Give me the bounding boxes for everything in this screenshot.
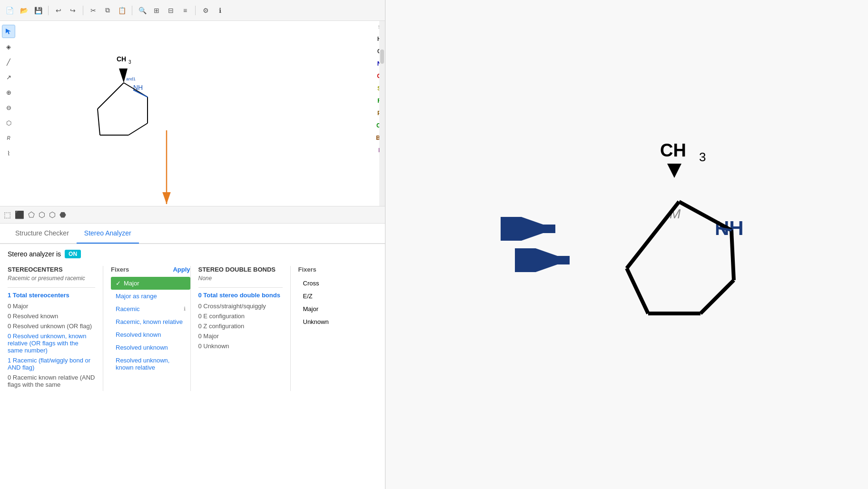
svg-text:3: 3	[128, 59, 131, 65]
custom-tool[interactable]: ⌇	[2, 147, 15, 160]
undo-button[interactable]: ↩	[53, 5, 64, 16]
tab-structure-checker[interactable]: Structure Checker	[8, 224, 77, 244]
analyzer-toggle[interactable]: ON	[65, 250, 81, 258]
copy-button[interactable]: ⧉	[102, 5, 113, 16]
info-button[interactable]: ℹ	[214, 5, 226, 16]
db-stat-unknown: 0 Unknown	[198, 342, 283, 350]
db-stat-e: 0 E configuration	[198, 313, 283, 320]
cut-button[interactable]: ✂	[88, 5, 99, 16]
fixer-resolved-unknown[interactable]: Resolved unknown	[111, 341, 190, 354]
analyzer-content: Stereo analyzer is ON STEREOCENTERS Race…	[0, 244, 385, 489]
svg-line-10	[98, 83, 124, 109]
arrows-column	[501, 217, 577, 272]
db-stat-cross: 0 Cross/straight/squiggly	[198, 303, 283, 310]
stat-resolved-unknown-known[interactable]: 0 Resolved unknown, known relative (OR f…	[8, 333, 95, 354]
search-button[interactable]: 🔍	[137, 5, 148, 16]
zoom-in-tool[interactable]: ⊕	[2, 86, 15, 99]
shape-select[interactable]: ⬛	[15, 210, 24, 219]
fixers-label: Fixers	[111, 266, 129, 273]
fixer-resolved-unknown-known[interactable]: Resolved unknown, known relative	[111, 354, 190, 374]
svg-line-25	[700, 280, 734, 313]
stat-major: 0 Major	[8, 303, 95, 310]
stat-resolved-known: 0 Resolved known	[8, 313, 95, 320]
left-tools: ◈ ╱ ↗ ⊕ ⊖ ⬡ R ⌇	[0, 21, 17, 206]
zoom-out-tool[interactable]: ⊖	[2, 101, 15, 114]
svg-text:and1: and1	[126, 77, 136, 81]
stat-racemic[interactable]: 1 Racemic (flat/wiggly bond or AND flag)	[8, 357, 95, 371]
svg-line-9	[98, 109, 100, 135]
fixer-racemic-known[interactable]: Racemic, known relative	[111, 315, 190, 328]
svg-text:3: 3	[699, 150, 706, 164]
separator-2	[83, 6, 83, 15]
db-fixer-cross[interactable]: Cross	[298, 277, 378, 290]
shape-toolbar: ⬚ ⬛ ⬠ ⬡ ⬡ ⬣ ▼	[0, 206, 385, 224]
distribute-button[interactable]: ⊟	[165, 5, 177, 16]
double-bonds-title: STEREO DOUBLE BONDS	[198, 266, 283, 273]
db-stat-major: 0 Major	[198, 333, 283, 340]
eraser-tool[interactable]: ◈	[2, 40, 15, 53]
double-bonds-subtitle: None	[198, 275, 283, 282]
arrow-tool[interactable]: ↗	[2, 70, 15, 84]
main-toolbar: 📄 📂 💾 ↩ ↪ ✂ ⧉ 📋 🔍 ⊞ ⊟ ≡ ⚙ ℹ	[0, 0, 385, 21]
bond-tool[interactable]: ╱	[2, 55, 15, 68]
rows-button[interactable]: ≡	[179, 5, 191, 16]
analyzer-status-label: Stereo analyzer is	[8, 250, 61, 258]
open-button[interactable]: 📂	[18, 5, 30, 16]
shape-hexagon[interactable]: ⬡	[39, 210, 45, 219]
tabs-row: Structure Checker Stereo Analyzer	[0, 224, 385, 244]
fixer-major[interactable]: ✓ Major	[111, 277, 190, 290]
r-group-tool[interactable]: R	[2, 131, 15, 145]
arrow-1	[501, 217, 562, 241]
double-bonds-total[interactable]: 0 Total stereo double bonds	[198, 292, 280, 299]
stat-resolved-unknown-or: 0 Resolved unknown (OR flag)	[8, 323, 95, 330]
save-button[interactable]: 💾	[32, 5, 44, 16]
shape-export[interactable]: ⬚	[4, 210, 11, 219]
stereocenters-subtitle: Racemic or presumed racemic	[8, 275, 95, 282]
svg-text:CH: CH	[660, 140, 686, 160]
fixer-resolved-known[interactable]: Resolved known	[111, 328, 190, 341]
db-fixer-major[interactable]: Major	[298, 303, 378, 315]
canvas-scrollbar[interactable]	[379, 21, 385, 206]
template-tool[interactable]: ⬡	[2, 116, 15, 129]
select-tool[interactable]	[2, 25, 15, 38]
db-fixer-unknown[interactable]: Unknown	[298, 315, 378, 328]
settings-button[interactable]: ⚙	[200, 5, 211, 16]
new-button[interactable]: 📄	[4, 5, 15, 16]
separator-3	[132, 6, 132, 15]
info-icon: ℹ	[184, 306, 186, 312]
analyzer-status: Stereo analyzer is ON	[8, 250, 377, 258]
svg-marker-20	[667, 164, 681, 178]
fixer-racemic[interactable]: Racemic ℹ	[111, 303, 190, 315]
molecule-visualization: CH 3 M NH	[586, 135, 753, 354]
align-button[interactable]: ⊞	[151, 5, 162, 16]
apply-button[interactable]: Apply	[173, 266, 190, 273]
viz-container: CH 3 M NH	[501, 135, 753, 354]
canvas-area: ◈ ╱ ↗ ⊕ ⊖ ⬡ R ⌇ ⠿ H C N O S F P Cl Br I	[0, 21, 385, 206]
svg-line-24	[731, 230, 734, 280]
arrow-2	[515, 248, 577, 272]
stereocenters-title: STEREOCENTERS	[8, 266, 95, 273]
stereocenters-total[interactable]: 1 Total stereocenters	[8, 292, 69, 299]
db-fixer-ez[interactable]: E/Z	[298, 290, 378, 303]
svg-line-27	[627, 268, 648, 313]
shape-hexagon2[interactable]: ⬡	[49, 210, 56, 219]
redo-button[interactable]: ↪	[67, 5, 79, 16]
fixer-major-range[interactable]: Major as range	[111, 290, 190, 303]
checkmark-icon: ✓	[116, 280, 121, 287]
svg-text:CH: CH	[117, 55, 126, 63]
shape-octagon[interactable]: ⬣	[59, 210, 66, 219]
stat-racemic-known: 0 Racemic known relative (AND flags with…	[8, 374, 95, 388]
svg-line-23	[679, 202, 731, 230]
separator-4	[195, 6, 196, 15]
left-panel: 📄 📂 💾 ↩ ↪ ✂ ⧉ 📋 🔍 ⊞ ⊟ ≡ ⚙ ℹ ◈ ╱ ↗ ⊕ ⊖ ⬡	[0, 0, 385, 489]
db-fixers-label: Fixers	[298, 266, 316, 273]
db-stat-z: 0 Z configuration	[198, 323, 283, 330]
svg-line-28	[627, 202, 679, 268]
shape-pentagon[interactable]: ⬠	[28, 210, 35, 219]
tab-stereo-analyzer[interactable]: Stereo Analyzer	[77, 224, 139, 244]
orange-arrow	[138, 126, 195, 206]
tabs-section: Structure Checker Stereo Analyzer	[0, 224, 385, 244]
paste-button[interactable]: 📋	[116, 5, 128, 16]
separator-1	[48, 6, 49, 15]
right-panel: CH 3 M NH	[385, 0, 868, 489]
